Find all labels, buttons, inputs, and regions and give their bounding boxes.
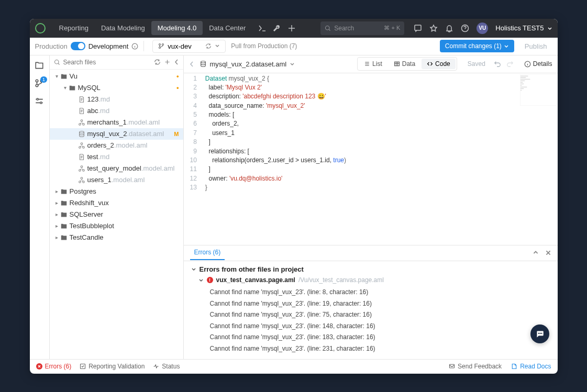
file-123[interactable]: 123.md (50, 94, 183, 105)
rail-badge: 1 (40, 76, 47, 83)
saved-status: Saved (468, 60, 485, 68)
folder-postgres[interactable]: ▸Postgres (50, 186, 183, 197)
tenant-name: Holistics TEST5 (495, 24, 544, 32)
folder-redshift_vux[interactable]: ▸Redshift_vux (50, 197, 183, 209)
collapse-panel-icon[interactable] (533, 250, 539, 256)
file-abc[interactable]: abc.md (50, 105, 183, 117)
branch-icon (158, 43, 164, 49)
chat-bubble-button[interactable] (530, 324, 549, 343)
view-tab-data[interactable]: Data (389, 59, 420, 69)
pull-button[interactable]: Pull from Production (7) (231, 42, 297, 50)
folder-testcandle[interactable]: ▸TestCandle (50, 232, 183, 243)
folder-testbubbleplot[interactable]: ▸TestBubbleplot (50, 220, 183, 232)
view-tab-code[interactable]: Code (422, 59, 456, 69)
close-panel-icon[interactable] (545, 250, 551, 256)
app-frame: ReportingData ModelingModeling 4.0Data C… (30, 19, 558, 374)
code-content[interactable]: Dataset mysql_vux_2 { label: 'Mysql Vux … (201, 73, 558, 245)
file-mysql_vux_2[interactable]: mysql_vux_2.dataset.amlM (50, 128, 183, 140)
plus-icon[interactable] (287, 24, 296, 32)
redo-icon[interactable] (506, 60, 514, 68)
status-status-label: Status (162, 363, 180, 370)
docs-icon (511, 363, 517, 369)
error-group-title: Errors from other files in project (200, 265, 304, 273)
status-errors[interactable]: Errors (6) (36, 363, 72, 370)
file-test_query_model[interactable]: test_query_model.model.aml (50, 163, 183, 174)
file-search-input[interactable] (63, 59, 151, 66)
error-item[interactable]: Cannot find name 'mysql_vux_23'. (line: … (210, 287, 550, 298)
svg-point-23 (81, 177, 83, 179)
status-reporting-label: Reporting Validation (88, 363, 145, 370)
commit-button[interactable]: Commit changes (1) (440, 40, 514, 52)
minimap[interactable]: ▂▂▂▂▂▂▂▂▂▂▂▂▂▂▂▂▂▂▂▂▂▂▂▂▂▂▂▂▂▂▂▂▂▂▂▂▂▂▂▂… (520, 74, 557, 106)
info-icon[interactable] (131, 43, 138, 50)
status-status[interactable]: Status (153, 363, 180, 370)
send-feedback[interactable]: Send Feedback (449, 363, 502, 370)
file-test[interactable]: test.md (50, 151, 183, 163)
docs-label: Read Docs (520, 363, 551, 370)
new-file-icon[interactable] (164, 59, 171, 65)
chat-square-icon[interactable] (414, 24, 422, 32)
view-tab-list[interactable]: List (359, 59, 387, 69)
search-shortcut: ⌘ + K (384, 25, 400, 31)
chevron-down-icon (290, 61, 295, 66)
star-icon[interactable] (429, 24, 438, 32)
file-orders_2[interactable]: orders_2.model.aml (50, 140, 183, 151)
env-toggle[interactable] (71, 42, 85, 50)
errors-tab[interactable]: Errors (6) (190, 245, 225, 260)
dataset-icon (200, 60, 207, 68)
editor-header: mysql_vux_2.dataset.aml ListDataCode Sav… (184, 55, 558, 73)
help-icon[interactable] (461, 24, 469, 32)
file-sidebar: ▾Vu•▾MySQL•123.mdabc.mdmerchants_1.model… (50, 55, 184, 359)
code-editor[interactable]: 12345678910111213 Dataset mysql_vux_2 { … (184, 73, 558, 245)
avatar[interactable]: VU (477, 23, 488, 34)
folder-sqlserver[interactable]: ▸SQLServer (50, 209, 183, 220)
error-item[interactable]: Cannot find name 'mysql_vux_23'. (line: … (210, 298, 550, 310)
svg-point-13 (81, 119, 83, 121)
publish-button[interactable]: Publish (519, 40, 552, 52)
back-icon[interactable] (189, 61, 194, 68)
error-group-header[interactable]: Errors from other files in project (191, 265, 550, 273)
file-merchants_1[interactable]: merchants_1.model.aml (50, 117, 183, 128)
error-item[interactable]: Cannot find name 'mysql_vux_23'. (line: … (210, 343, 550, 355)
logo[interactable] (35, 23, 46, 33)
search-icon (54, 59, 60, 65)
refresh-files-icon[interactable] (154, 59, 161, 65)
global-search[interactable]: Search ⌘ + K (320, 21, 404, 35)
svg-point-20 (81, 165, 83, 167)
collapse-icon[interactable] (174, 59, 179, 65)
wrench-icon[interactable] (273, 24, 281, 32)
details-label: Details (533, 60, 552, 68)
feedback-label: Send Feedback (458, 363, 502, 370)
branch-selector[interactable]: vux-dev (152, 40, 226, 53)
error-file-name: vux_test_canvas.page.aml (216, 276, 295, 284)
nav-data-center[interactable]: Data Center (203, 21, 252, 35)
nav-modeling-4-0[interactable]: Modeling 4.0 (151, 21, 203, 35)
chevron-down-icon (547, 26, 552, 31)
breadcrumb[interactable]: mysql_vux_2.dataset.aml (200, 60, 295, 68)
info-icon (524, 61, 531, 68)
nav-reporting[interactable]: Reporting (53, 21, 95, 35)
details-button[interactable]: Details (524, 60, 552, 68)
error-file-header[interactable]: ! vux_test_canvas.page.aml /Vu/vux_test_… (198, 276, 550, 284)
files-icon[interactable] (35, 61, 44, 70)
error-item[interactable]: Cannot find name 'mysql_vux_23'. (line: … (210, 309, 550, 321)
refresh-icon[interactable] (205, 43, 212, 49)
error-item[interactable]: Cannot find name 'mysql_vux_23'. (line: … (210, 321, 550, 332)
settings-icon[interactable] (35, 96, 44, 106)
folder-vu[interactable]: ▾Vu• (50, 71, 183, 82)
bell-icon[interactable] (445, 24, 453, 32)
chevron-down-icon[interactable] (215, 43, 220, 48)
read-docs[interactable]: Read Docs (511, 363, 551, 370)
nav-data-modeling[interactable]: Data Modeling (95, 21, 151, 35)
error-item[interactable]: Cannot find name 'mysql_vux_23'. (line: … (210, 332, 550, 343)
topbar: ReportingData ModelingModeling 4.0Data C… (30, 19, 558, 38)
source-control-icon[interactable]: 1 (35, 79, 44, 88)
file-users_1[interactable]: users_1.model.aml (50, 174, 183, 186)
terminal-icon[interactable] (258, 24, 267, 32)
tenant-switcher[interactable]: Holistics TEST5 (495, 24, 552, 32)
status-reporting[interactable]: Reporting Validation (80, 363, 145, 370)
undo-icon[interactable] (494, 60, 501, 68)
errors-tabs: Errors (6) (184, 245, 558, 261)
folder-mysql[interactable]: ▾MySQL• (50, 82, 183, 94)
error-file-path: /Vu/vux_test_canvas.page.aml (298, 276, 384, 284)
